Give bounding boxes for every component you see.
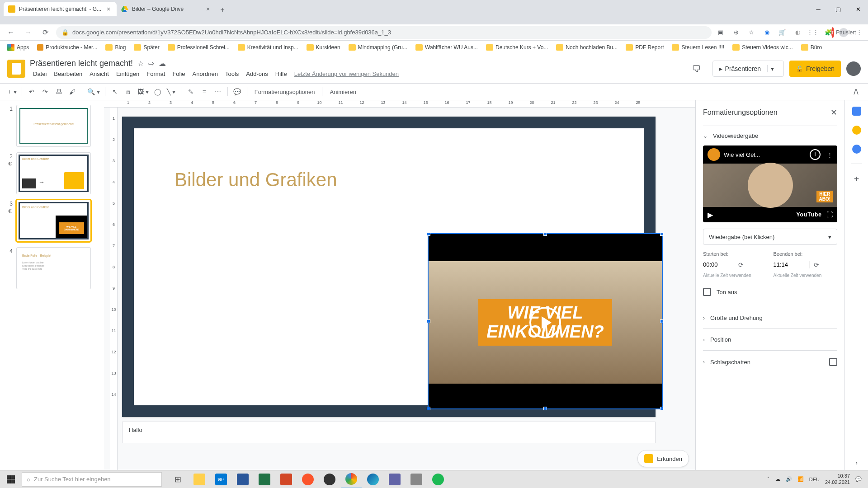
refresh-icon[interactable]: ⟳ — [814, 261, 819, 268]
zoom-icon[interactable]: ⊕ — [731, 28, 741, 37]
last-edit-link[interactable]: Letzte Änderung vor wenigen Sekunden — [291, 69, 402, 79]
menu-format[interactable]: Format — [143, 69, 168, 79]
share-button[interactable]: 🔒 Freigeben — [789, 61, 841, 77]
taskbar-app-spotify[interactable] — [428, 470, 448, 488]
back-button[interactable]: ← — [5, 26, 17, 39]
tray-wifi-icon[interactable]: 📶 — [797, 476, 804, 482]
cloud-status-icon[interactable]: ☁ — [159, 59, 166, 68]
bookmark-item[interactable]: Professionell Schrei... — [165, 43, 232, 52]
forward-button[interactable]: → — [22, 26, 34, 39]
redo-button[interactable]: ↷ — [39, 86, 51, 98]
refresh-icon[interactable]: ⟳ — [738, 261, 744, 268]
slide-thumbnail-3[interactable]: Bilder und Grafiken WIE VIELEINKOMMEN? — [16, 200, 91, 242]
youtube-logo[interactable]: YouTube — [796, 211, 822, 218]
textbox-tool[interactable]: ⧈ — [123, 86, 134, 98]
taskbar-app-chrome[interactable] — [341, 470, 362, 488]
section-size-rotation[interactable]: ›Größe und Drehung — [703, 307, 837, 328]
section-drop-shadow[interactable]: ›Schlagschatten — [703, 350, 837, 373]
fullscreen-icon[interactable]: ⛶ — [826, 211, 833, 218]
menu-tools[interactable]: Tools — [222, 69, 242, 79]
line-tool[interactable]: ╲ ▾ — [165, 86, 177, 98]
info-icon[interactable]: i — [810, 149, 821, 160]
resize-handle[interactable] — [427, 407, 430, 410]
bookmark-item[interactable]: Blog — [103, 43, 128, 52]
bookmark-item[interactable]: PDF Report — [623, 43, 666, 52]
reload-button[interactable]: ⟳ — [39, 26, 52, 39]
close-icon[interactable]: × — [204, 5, 212, 13]
tasks-icon[interactable] — [852, 145, 861, 154]
add-addon-button[interactable]: + — [854, 174, 859, 184]
star-icon[interactable]: ☆ — [137, 59, 144, 68]
slide-thumbnail-2[interactable]: Bilder und Grafiken → — [16, 152, 91, 194]
resize-handle[interactable] — [660, 319, 664, 323]
bookmark-item[interactable]: Büro — [798, 43, 825, 52]
bookmark-item[interactable]: Kursideen — [304, 43, 343, 52]
slide-thumbnail-4[interactable]: Erste Folie - Beispiel Lorem ipsum text … — [16, 247, 91, 289]
select-tool[interactable]: ↖ — [109, 86, 121, 98]
resize-handle[interactable] — [543, 232, 547, 236]
bookmark-item[interactable]: Steuern Lesen !!!! — [669, 43, 727, 52]
video-preview[interactable]: Wie viel Gel... i ⋮ HIERABO! ▶ YouTube ⛶ — [703, 145, 837, 222]
taskbar-app-mail[interactable]: 99+ — [211, 470, 231, 488]
hide-rail-button[interactable]: › — [855, 459, 858, 466]
video-element[interactable]: WIE VIELEINKOMMEN? — [428, 233, 663, 409]
account-avatar[interactable] — [846, 61, 861, 76]
taskbar-app-excel[interactable] — [254, 470, 275, 488]
minimize-button[interactable]: ─ — [808, 2, 828, 16]
use-current-time-link[interactable]: Aktuelle Zeit verwenden — [774, 273, 838, 278]
new-slide-button[interactable]: + ▾ — [6, 86, 18, 98]
more-icon[interactable]: ⋮ — [827, 151, 833, 158]
slides-logo[interactable] — [7, 60, 25, 78]
extension-icon[interactable]: ⋮⋮ — [808, 28, 817, 37]
resize-handle[interactable] — [427, 232, 430, 236]
menu-edit[interactable]: Bearbeiten — [51, 69, 85, 79]
address-bar[interactable]: 🔒 docs.google.com/presentation/d/1yV372S… — [56, 26, 712, 39]
profile-button[interactable]: T Pausiert — [839, 28, 848, 37]
menu-slide[interactable]: Folie — [169, 69, 188, 79]
taskbar-app-powerpoint[interactable] — [276, 470, 297, 488]
collapse-toolbar-button[interactable]: ᐱ — [850, 86, 862, 98]
border-dash-button[interactable]: ⋯ — [212, 86, 224, 98]
extension-icon[interactable]: 🛒 — [778, 28, 787, 37]
taskbar-app[interactable] — [406, 470, 427, 488]
resize-handle[interactable] — [660, 232, 664, 236]
close-icon[interactable]: × — [105, 5, 112, 13]
menu-addons[interactable]: Add-ons — [243, 69, 271, 79]
resize-handle[interactable] — [543, 407, 547, 410]
bookmark-item[interactable]: Später — [131, 43, 162, 52]
format-options-button[interactable]: Formatierungsoptionen — [251, 89, 319, 95]
print-button[interactable]: 🖶 — [53, 86, 65, 98]
speaker-notes[interactable]: Hallo — [122, 422, 656, 443]
bookmark-item[interactable]: Mindmapping (Gru... — [346, 43, 410, 52]
play-icon[interactable]: ▶ — [708, 211, 713, 219]
shadow-checkbox[interactable] — [829, 358, 837, 366]
taskbar-app-explorer[interactable] — [189, 470, 210, 488]
animate-button[interactable]: Animieren — [326, 89, 360, 95]
shape-tool[interactable]: ◯ — [152, 86, 164, 98]
taskbar-app-edge[interactable] — [363, 470, 383, 488]
extension-icon[interactable]: ◐ — [793, 28, 802, 37]
tray-language[interactable]: DEU — [809, 477, 820, 482]
keep-icon[interactable] — [852, 126, 861, 135]
taskbar-app-word[interactable] — [232, 470, 253, 488]
tray-volume-icon[interactable]: 🔊 — [786, 476, 792, 482]
calendar-icon[interactable] — [852, 107, 861, 116]
move-icon[interactable]: ⇨ — [148, 59, 154, 68]
border-weight-button[interactable]: ≡ — [198, 86, 210, 98]
playback-mode-select[interactable]: Wiedergabe (bei Klicken) ▾ — [703, 229, 837, 245]
section-video-playback[interactable]: ⌄ Videowiedergabe — [703, 132, 837, 139]
bookmark-item[interactable]: Noch hochladen Bu... — [553, 43, 620, 52]
menu-arrange[interactable]: Anordnen — [189, 69, 221, 79]
section-position[interactable]: ›Position — [703, 328, 837, 350]
present-dropdown[interactable]: ▾ — [767, 65, 777, 72]
zoom-button[interactable]: 🔍 ▾ — [86, 86, 101, 98]
apps-button[interactable]: Apps — [5, 42, 32, 52]
bookmark-item[interactable]: Steuern Videos wic... — [730, 43, 796, 52]
start-time-input[interactable] — [703, 259, 735, 270]
paint-format-button[interactable]: 🖌 — [66, 86, 78, 98]
bookmark-item[interactable]: Produktsuche - Mer... — [34, 43, 100, 52]
notifications-icon[interactable]: 💬 — [855, 476, 862, 482]
comments-button[interactable]: 🗨 — [685, 61, 707, 77]
camera-icon[interactable]: ▣ — [716, 28, 725, 37]
resize-handle[interactable] — [660, 407, 664, 410]
